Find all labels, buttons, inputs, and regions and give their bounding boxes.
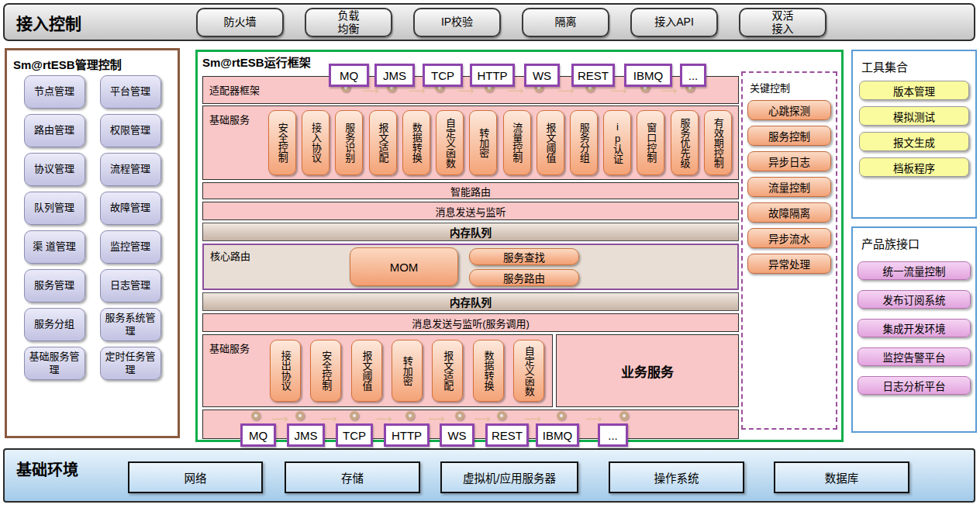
- core-routing-section: 核心路由 MOM 服务查找 服务路由: [202, 244, 739, 290]
- smart-routing-bar: 智能路由: [202, 182, 739, 199]
- management-panel: Sm@rtESB管理控制 节点管理 平台管理 路由管理 权限管理 协议管理 流程…: [5, 48, 180, 438]
- base-env-item: 数据库: [774, 461, 909, 493]
- flow-arrow-icon: ⟶: [428, 413, 445, 424]
- base-service-item: 数据转换: [473, 340, 504, 402]
- architecture-diagram: 接入控制 防火墙 负载 均衡 IP校验 隔离 接入API 双活 接入 Sm@rt…: [0, 0, 980, 508]
- base-service-item: 报文阈值: [537, 110, 564, 175]
- toolset-panel: 工具集合 版本管理 模拟测试 报文生成 档板程序: [851, 50, 977, 219]
- connector-dot-icon: [405, 411, 415, 420]
- toolset-item: 报文生成: [859, 132, 969, 151]
- connector-dot-icon: [350, 411, 359, 420]
- base-service-item: 流量控制: [503, 110, 531, 175]
- base-services-section-bottom: 基础服务 接出协议 安全控制 报文阈值 转加密 报文适配 数据转换 自定义函数: [202, 334, 553, 407]
- firewall-box: 防火墙: [196, 8, 284, 37]
- access-control-buttons: 防火墙 负载 均衡 IP校验 隔离 接入API 双活 接入: [196, 8, 826, 37]
- adapter-framework-label: 适配器框架: [209, 82, 260, 97]
- management-item: 服务系统管理: [100, 308, 161, 341]
- key-control-item: 心跳探测: [747, 100, 831, 120]
- protocol-box: REST: [485, 423, 529, 447]
- base-service-item: 报文阈值: [351, 340, 382, 402]
- toolset-title: 工具集合: [861, 58, 975, 74]
- connector-dot-icon: [497, 411, 506, 420]
- connector-dot-icon: [557, 411, 566, 420]
- product-family-item: 发布订阅系统: [858, 290, 971, 309]
- load-balance-box: 负载 均衡: [305, 8, 392, 37]
- base-service-item: ip认证: [603, 110, 631, 175]
- flow-arrow-icon: ⟶: [320, 413, 337, 424]
- base-service-item: 报文适配: [369, 110, 397, 175]
- protocol-box: MQ: [329, 64, 369, 87]
- management-item: 平台管理: [100, 75, 161, 109]
- access-control-bar: 接入控制 防火墙 负载 均衡 IP校验 隔离 接入API 双活 接入: [3, 3, 975, 41]
- access-control-title: 接入控制: [16, 11, 196, 34]
- base-service-item: 数据转换: [402, 110, 430, 175]
- key-control-item: 异步流水: [747, 228, 831, 248]
- message-listener-bar: 消息发送与监听: [202, 202, 739, 220]
- protocol-box: TCP: [423, 64, 463, 87]
- base-service-item: 窗口控制: [637, 110, 664, 175]
- key-control-item: 异常处理: [747, 254, 831, 274]
- management-grid: 节点管理 平台管理 路由管理 权限管理 协议管理 流程管理 队列管理 故障管理 …: [7, 75, 178, 380]
- flow-arrow-icon: ⟶: [585, 413, 602, 424]
- management-item: 故障管理: [100, 192, 161, 225]
- mom-box: MOM: [350, 247, 458, 286]
- base-services-items: 安全控制 接入协议 服务识别 报文适配 数据转换 自定义函数 转加密 流量控制 …: [268, 110, 732, 175]
- key-control-panel: 关键控制 心跳探测 服务控制 异步日志 流量控制 故障隔离 异步流水 异常处理: [741, 71, 837, 430]
- management-item: 队列管理: [24, 192, 85, 225]
- connector-dot-icon: [251, 411, 261, 420]
- core-routing-label: 核心路由: [210, 248, 250, 263]
- base-env-item: 虚拟机/应用服务器: [440, 461, 578, 493]
- protocol-box: ...: [598, 423, 628, 447]
- base-services-items: 接出协议 安全控制 报文阈值 转加密 报文适配 数据转换 自定义函数: [270, 340, 544, 402]
- isolation-box: 隔离: [522, 8, 609, 37]
- protocol-box: JMS: [374, 64, 415, 87]
- base-service-item: 服务识别: [335, 110, 363, 175]
- management-item: 节点管理: [24, 75, 85, 109]
- base-service-item: 转加密: [392, 340, 423, 402]
- toolset-item: 版本管理: [859, 81, 969, 100]
- management-item: 基础服务管理: [24, 347, 85, 380]
- base-service-item: 有效期控制: [704, 110, 732, 175]
- toolset-item: 档板程序: [859, 157, 969, 177]
- service-lookup-box: 服务查找: [469, 248, 579, 265]
- product-family-panel: 产品族接口 统一流量控制 发布订阅系统 集成开发环境 监控告警平台 日志分析平台: [851, 226, 977, 433]
- protocol-box: WS: [440, 423, 474, 447]
- product-family-item: 监控告警平台: [858, 347, 971, 366]
- base-service-item: 报文适配: [432, 340, 463, 402]
- protocol-box: TCP: [336, 423, 373, 447]
- business-services-box: 业务服务: [556, 334, 739, 407]
- flow-arrow-icon: ⟶: [474, 413, 491, 424]
- base-services-label: 基础服务: [209, 340, 250, 355]
- message-listener-service-call-bar: 消息发送与监听(服务调用): [202, 313, 739, 332]
- toolset-item: 模拟测试: [859, 106, 969, 126]
- protocol-box: ...: [680, 64, 706, 87]
- base-service-item: 接出协议: [270, 340, 301, 402]
- management-item: 协议管理: [24, 153, 85, 186]
- management-item: 权限管理: [100, 114, 161, 147]
- base-env-bar: 基础环境 网络 存储 虚拟机/应用服务器 操作系统 数据库: [3, 448, 975, 503]
- key-control-title: 关键控制: [750, 80, 836, 95]
- flow-arrow-icon: ⟶: [524, 413, 541, 424]
- management-item: 服务分组: [24, 308, 85, 341]
- management-item: 监控管理: [100, 230, 161, 264]
- base-env-item: 存储: [285, 461, 420, 493]
- protocol-box: JMS: [287, 423, 325, 447]
- connector-dot-icon: [455, 411, 464, 420]
- product-family-item: 日志分析平台: [858, 376, 971, 395]
- base-service-item: 服务分组: [570, 110, 598, 175]
- management-item: 路由管理: [24, 114, 85, 147]
- product-family-item: 集成开发环境: [858, 319, 971, 337]
- base-service-item: 安全控制: [268, 110, 296, 175]
- base-service-item: 接入协议: [302, 110, 330, 175]
- protocol-box: HTTP: [384, 423, 430, 447]
- ip-verify-box: IP校验: [413, 8, 501, 37]
- key-control-item: 服务控制: [747, 126, 831, 146]
- protocol-box: HTTP: [470, 64, 515, 87]
- service-route-box: 服务路由: [469, 269, 579, 286]
- product-family-title: 产品族接口: [861, 235, 975, 251]
- connector-dot-icon: [619, 411, 629, 420]
- base-env-item: 操作系统: [609, 461, 744, 493]
- access-api-box: 接入API: [630, 8, 718, 37]
- protocol-box: IBMQ: [624, 64, 672, 87]
- flow-arrow-icon: ⟶: [375, 413, 392, 424]
